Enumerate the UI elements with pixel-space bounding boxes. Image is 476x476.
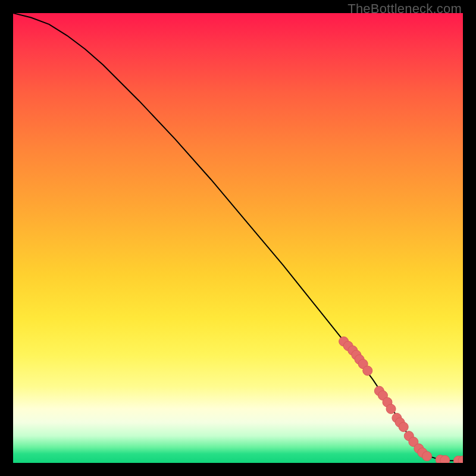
scatter-point bbox=[440, 455, 450, 463]
scatter-point bbox=[399, 422, 408, 432]
chart-frame: TheBottleneck.com bbox=[0, 0, 476, 476]
chart-overlay bbox=[13, 13, 463, 463]
plot-area bbox=[13, 13, 463, 463]
scatter-markers bbox=[339, 337, 463, 463]
watermark-text: TheBottleneck.com bbox=[347, 1, 462, 17]
scatter-point bbox=[422, 452, 432, 461]
curve-line bbox=[13, 13, 463, 461]
scatter-point bbox=[386, 404, 396, 414]
scatter-point bbox=[363, 366, 372, 375]
